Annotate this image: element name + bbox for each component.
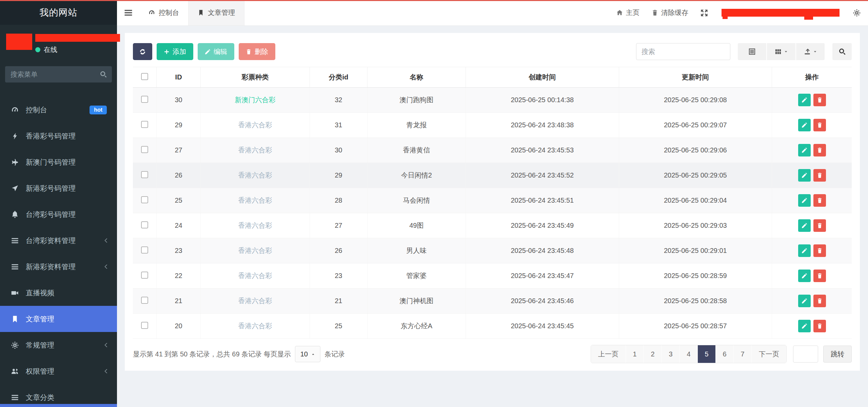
row-delete-button[interactable] — [813, 270, 826, 282]
delete-button-label: 删除 — [255, 47, 268, 56]
cell-updated-at: 2025-06-25 00:28:59 — [619, 263, 772, 289]
sidebar-item-new-hk-numbers[interactable]: 新港彩号码管理 — [0, 175, 117, 201]
search-icon — [100, 71, 107, 78]
sidebar-item-new-hk-data[interactable]: 新港彩资料管理 — [0, 254, 117, 280]
row-checkbox[interactable] — [141, 121, 148, 128]
select-all-checkbox[interactable] — [141, 73, 148, 80]
sidebar-item-article-management[interactable]: 文章管理 — [0, 306, 117, 332]
fullscreen-icon[interactable] — [701, 9, 708, 17]
refresh-button[interactable] — [133, 43, 152, 60]
row-edit-button[interactable] — [798, 295, 811, 307]
column-header-category: 彩票种类 — [200, 67, 310, 88]
row-checkbox[interactable] — [141, 246, 148, 254]
row-edit-button[interactable] — [798, 119, 811, 131]
search-submit-button[interactable] — [832, 43, 852, 60]
row-checkbox[interactable] — [141, 96, 148, 103]
category-link[interactable]: 香港六合彩 — [238, 247, 272, 254]
row-delete-button[interactable] — [813, 119, 826, 131]
pagination-page-3[interactable]: 3 — [662, 345, 680, 363]
cell-created-at: 2025-06-24 23:45:46 — [466, 289, 619, 314]
cell-category-id: 27 — [310, 213, 368, 238]
row-edit-button[interactable] — [798, 270, 811, 282]
pencil-icon — [802, 172, 807, 178]
table-search-input[interactable] — [636, 43, 730, 60]
category-link[interactable]: 香港六合彩 — [238, 322, 272, 330]
row-delete-button[interactable] — [813, 244, 826, 257]
sidebar-item-taiwan-data[interactable]: 台湾彩资料管理 — [0, 227, 117, 254]
trash-icon — [652, 10, 658, 16]
trash-icon — [246, 49, 252, 55]
clear-cache-link[interactable]: 清除缓存 — [652, 8, 688, 17]
tab-label: 文章管理 — [208, 8, 235, 17]
cell-category-id: 32 — [310, 88, 368, 113]
row-delete-button[interactable] — [813, 320, 826, 332]
home-link[interactable]: 主页 — [616, 8, 639, 17]
row-delete-button[interactable] — [813, 194, 826, 207]
row-edit-button[interactable] — [798, 144, 811, 156]
trash-icon — [817, 172, 823, 178]
columns-button[interactable] — [767, 43, 796, 60]
cell-category-id: 28 — [310, 188, 368, 213]
caret-down-icon — [784, 50, 788, 54]
sidebar-item-taiwan-numbers[interactable]: 台湾彩号码管理 — [0, 201, 117, 227]
pagination-page-5[interactable]: 5 — [698, 345, 716, 363]
export-button[interactable] — [796, 43, 825, 60]
category-link[interactable]: 香港六合彩 — [238, 121, 272, 129]
row-checkbox[interactable] — [141, 322, 148, 329]
category-link[interactable]: 香港六合彩 — [238, 197, 272, 204]
page-size-select[interactable]: 10 — [295, 346, 320, 362]
row-edit-button[interactable] — [798, 219, 811, 232]
tab-article-management[interactable]: 文章管理 — [188, 0, 244, 25]
menu-search-input[interactable] — [5, 66, 112, 82]
row-checkbox[interactable] — [141, 196, 148, 203]
pagination-page-6[interactable]: 6 — [716, 345, 734, 363]
pagination-next[interactable]: 下一页 — [752, 345, 786, 363]
row-checkbox[interactable] — [141, 272, 148, 279]
row-checkbox[interactable] — [141, 297, 148, 304]
sidebar-item-dashboard[interactable]: 控制台hot — [0, 97, 117, 123]
topbar-right: 主页 清除缓存 — [616, 0, 868, 25]
toggle-view-button[interactable] — [738, 43, 767, 60]
row-delete-button[interactable] — [813, 169, 826, 182]
pagination-page-4[interactable]: 4 — [680, 345, 698, 363]
edit-button[interactable]: 编辑 — [198, 43, 234, 60]
row-edit-button[interactable] — [798, 94, 811, 106]
video-icon — [9, 289, 20, 297]
sidebar-item-new-macau-numbers[interactable]: 新澳门号码管理 — [0, 149, 117, 175]
sidebar-item-hk-lottery-numbers[interactable]: 香港彩号码管理 — [0, 123, 117, 149]
row-edit-button[interactable] — [798, 194, 811, 207]
row-edit-button[interactable] — [798, 244, 811, 257]
delete-button[interactable]: 删除 — [239, 43, 275, 60]
pagination-page-1[interactable]: 1 — [626, 345, 644, 363]
row-delete-button[interactable] — [813, 295, 826, 307]
category-link[interactable]: 新澳门六合彩 — [235, 96, 275, 104]
row-checkbox[interactable] — [141, 146, 148, 153]
row-edit-button[interactable] — [798, 169, 811, 182]
row-edit-button[interactable] — [798, 320, 811, 332]
add-button[interactable]: 添加 — [157, 43, 193, 60]
trash-icon — [817, 97, 823, 103]
row-delete-button[interactable] — [813, 94, 826, 106]
category-link[interactable]: 香港六合彩 — [238, 146, 272, 154]
category-link[interactable]: 香港六合彩 — [238, 272, 272, 279]
settings-gears-icon[interactable] — [853, 9, 861, 17]
jump-page-input[interactable] — [793, 346, 818, 363]
category-link[interactable]: 香港六合彩 — [238, 171, 272, 179]
pagination-prev[interactable]: 上一页 — [591, 345, 626, 363]
pagination-page-7[interactable]: 7 — [734, 345, 752, 363]
tab-console[interactable]: 控制台 — [139, 0, 188, 25]
row-checkbox[interactable] — [141, 171, 148, 178]
pagination-page-2[interactable]: 2 — [644, 345, 662, 363]
row-delete-button[interactable] — [813, 144, 826, 156]
row-checkbox[interactable] — [141, 221, 148, 228]
row-delete-button[interactable] — [813, 219, 826, 232]
sidebar-item-article-category[interactable]: 文章分类 — [0, 384, 117, 407]
jump-button[interactable]: 跳转 — [823, 346, 852, 363]
sidebar-toggle-button[interactable] — [117, 0, 139, 25]
sidebar-item-auth-management[interactable]: 权限管理 — [0, 358, 117, 384]
sidebar-item-general-management[interactable]: 常规管理 — [0, 332, 117, 358]
bars-icon — [124, 8, 133, 17]
category-link[interactable]: 香港六合彩 — [238, 297, 272, 304]
category-link[interactable]: 香港六合彩 — [238, 222, 272, 229]
sidebar-item-live-video[interactable]: 直播视频 — [0, 280, 117, 306]
